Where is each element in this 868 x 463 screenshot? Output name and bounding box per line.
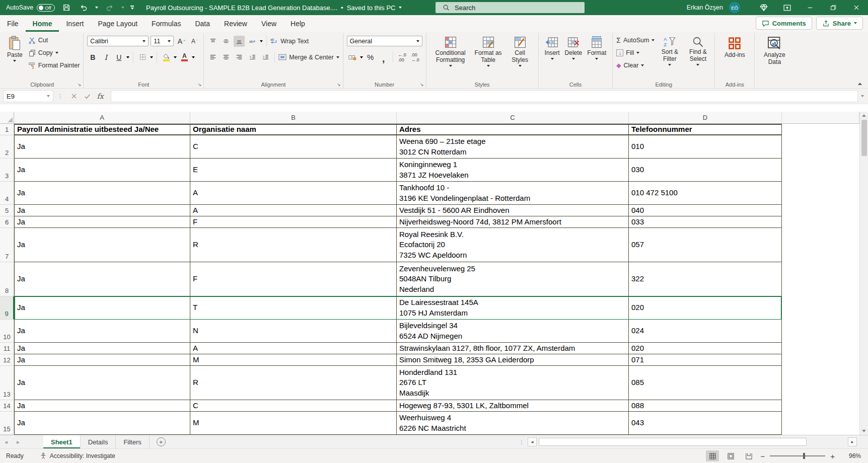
empty-cells-14[interactable] bbox=[782, 400, 859, 412]
cell-D15[interactable]: 043 bbox=[629, 412, 782, 435]
empty-cells-8[interactable] bbox=[782, 262, 859, 296]
cell-D2[interactable]: 010 bbox=[629, 135, 782, 159]
cell-C7[interactable]: Royal Reesink B.V.Ecofactorij 207325 WC … bbox=[397, 228, 629, 262]
underline-dropdown-icon[interactable] bbox=[126, 56, 129, 58]
italic-button[interactable]: I bbox=[100, 52, 111, 63]
align-center-icon[interactable] bbox=[221, 52, 232, 63]
row-header-1[interactable]: 1 bbox=[0, 124, 14, 135]
underline-button[interactable]: U bbox=[113, 52, 124, 63]
sheet-tab-details[interactable]: Details bbox=[81, 435, 116, 448]
undo-dropdown-icon[interactable] bbox=[95, 7, 98, 9]
orientation-icon[interactable]: ab bbox=[247, 36, 258, 47]
cell-D7[interactable]: 057 bbox=[629, 228, 782, 262]
column-header-D[interactable]: D bbox=[629, 112, 782, 123]
paste-dropdown-icon[interactable] bbox=[13, 60, 16, 62]
name-box-dropdown-icon[interactable] bbox=[47, 95, 50, 97]
vertical-scrollbar[interactable] bbox=[859, 112, 868, 435]
cell-D8[interactable]: 322 bbox=[629, 262, 782, 296]
search-box[interactable]: Search bbox=[436, 2, 585, 13]
cell-C11[interactable]: Strawinskylaan 3127, 8th floor, 1077 ZX,… bbox=[397, 343, 629, 354]
zoom-slider[interactable] bbox=[770, 455, 825, 456]
row-header-14[interactable]: 14 bbox=[0, 400, 14, 412]
font-size-select[interactable]: 11 bbox=[151, 36, 174, 46]
column-header-B[interactable]: B bbox=[190, 112, 397, 123]
cell-A6[interactable]: Ja bbox=[14, 216, 190, 228]
align-right-icon[interactable] bbox=[234, 52, 245, 63]
insert-function-icon[interactable]: fx bbox=[94, 90, 107, 102]
scroll-up-icon[interactable] bbox=[862, 114, 866, 117]
cell-A5[interactable]: Ja bbox=[14, 205, 190, 216]
autosave-toggle[interactable]: AutoSave Off bbox=[6, 4, 55, 12]
row-header-11[interactable]: 11 bbox=[0, 343, 14, 354]
cell-D6[interactable]: 033 bbox=[629, 216, 782, 228]
user-name[interactable]: Erkan Özşen bbox=[687, 4, 723, 11]
cell-C4[interactable]: Tankhoofd 10 -3196 KE Vondelingenplaat -… bbox=[397, 182, 629, 205]
increase-decimal-icon[interactable]: ←.0.00 bbox=[397, 52, 408, 63]
cell-B12[interactable]: M bbox=[190, 354, 397, 366]
cell-C5[interactable]: Vestdijk 51 - 5600 AR Eindhoven bbox=[397, 205, 629, 216]
cell-C8[interactable]: Zevenheuvelenweg 255048AN TilburgNederla… bbox=[397, 262, 629, 296]
cell-D4[interactable]: 010 472 5100 bbox=[629, 182, 782, 205]
cell-C13[interactable]: Honderdland 1312676 LTMaasdijk bbox=[397, 366, 629, 400]
cell-styles-button[interactable]: Cell Styles bbox=[505, 34, 535, 80]
sort-filter-dropdown-icon[interactable] bbox=[668, 64, 671, 66]
percent-style-icon[interactable]: % bbox=[365, 52, 376, 63]
page-break-view-icon[interactable] bbox=[742, 450, 755, 461]
decrease-indent-icon[interactable] bbox=[247, 52, 258, 63]
empty-cells-15[interactable] bbox=[782, 412, 859, 435]
cell-A3[interactable]: Ja bbox=[14, 159, 190, 182]
cell-C1[interactable]: Adres bbox=[397, 124, 629, 135]
cell-B10[interactable]: N bbox=[190, 320, 397, 343]
clipboard-dialog-launcher-icon[interactable]: ↘ bbox=[78, 83, 82, 87]
page-layout-view-icon[interactable] bbox=[724, 450, 737, 461]
row-header-6[interactable]: 6 bbox=[0, 216, 14, 228]
row-header-9[interactable]: 9 bbox=[0, 296, 14, 320]
cell-A8[interactable]: Ja bbox=[14, 262, 190, 296]
cell-C10[interactable]: Bijleveldsingel 346524 AD Nijmegen bbox=[397, 320, 629, 343]
cell-A10[interactable]: Ja bbox=[14, 320, 190, 343]
cell-A4[interactable]: Ja bbox=[14, 182, 190, 205]
empty-cells-1[interactable] bbox=[782, 124, 859, 135]
cell-B8[interactable]: F bbox=[190, 262, 397, 296]
cell-D13[interactable]: 085 bbox=[629, 366, 782, 400]
cut-button[interactable]: Cut bbox=[28, 34, 80, 46]
borders-button[interactable] bbox=[137, 52, 148, 63]
row-header-7[interactable]: 7 bbox=[0, 228, 14, 262]
cell-C15[interactable]: Weerhuisweg 46226 NC Maastricht bbox=[397, 412, 629, 435]
number-format-select[interactable]: General bbox=[347, 36, 422, 46]
alignment-dialog-launcher-icon[interactable]: ↘ bbox=[337, 83, 341, 87]
fill-dropdown-icon[interactable] bbox=[636, 52, 639, 54]
empty-cells-10[interactable] bbox=[782, 320, 859, 343]
restore-button[interactable] bbox=[822, 0, 845, 15]
share-button[interactable]: Share bbox=[816, 17, 863, 30]
cell-D9[interactable]: 020 bbox=[629, 296, 782, 320]
increase-font-icon[interactable]: A^ bbox=[176, 36, 187, 47]
cell-B11[interactable]: A bbox=[190, 343, 397, 354]
ribbon-tab-view[interactable]: View bbox=[254, 15, 283, 32]
ribbon-tab-data[interactable]: Data bbox=[188, 15, 217, 32]
addins-button[interactable]: Add-ins bbox=[718, 34, 751, 80]
premium-diamond-icon[interactable] bbox=[752, 0, 775, 15]
row-header-10[interactable]: 10 bbox=[0, 320, 14, 343]
zoom-slider-thumb[interactable] bbox=[803, 453, 805, 459]
select-all-corner[interactable] bbox=[0, 112, 14, 123]
delete-dropdown-icon[interactable] bbox=[572, 58, 575, 60]
find-select-button[interactable]: Find & Select bbox=[685, 34, 711, 80]
format-cells-button[interactable]: Format bbox=[585, 34, 609, 80]
cell-C6[interactable]: Nijverheidsweg-Noord 74d, 3812 PM Amersf… bbox=[397, 216, 629, 228]
cell-A7[interactable]: Ja bbox=[14, 228, 190, 262]
conditional-formatting-button[interactable]: Conditional Formatting bbox=[430, 34, 471, 80]
name-box[interactable]: E9 bbox=[3, 90, 53, 102]
cell-B15[interactable]: M bbox=[190, 412, 397, 435]
clear-dropdown-icon[interactable] bbox=[641, 64, 644, 66]
collapse-ribbon-icon[interactable] bbox=[858, 83, 862, 85]
vertical-scroll-thumb[interactable] bbox=[861, 120, 867, 156]
sort-filter-button[interactable]: AZ Sort & Filter bbox=[657, 34, 683, 80]
avatar[interactable]: EÖ bbox=[729, 2, 740, 13]
comma-style-icon[interactable]: , bbox=[378, 52, 389, 63]
confirm-entry-icon[interactable] bbox=[81, 90, 94, 102]
autosum-dropdown-icon[interactable] bbox=[652, 39, 655, 41]
redo-dropdown-icon[interactable] bbox=[121, 7, 124, 9]
cell-A1[interactable]: Payroll Administratie uitbesteed Ja/Nee bbox=[14, 124, 190, 135]
number-dialog-launcher-icon[interactable]: ↘ bbox=[420, 83, 424, 87]
